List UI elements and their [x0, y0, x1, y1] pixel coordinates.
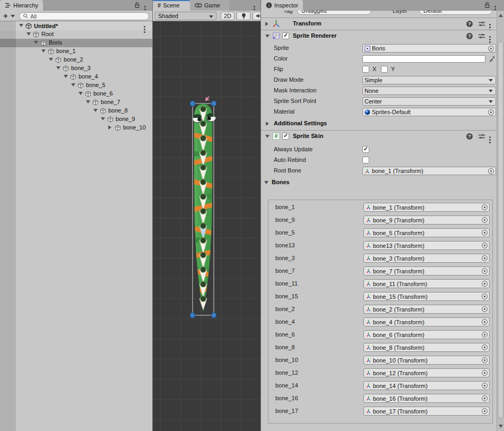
- flip-x-checkbox[interactable]: [362, 66, 369, 73]
- sprite-object-field[interactable]: Boris: [362, 44, 496, 53]
- object-picker-icon[interactable]: [488, 109, 494, 115]
- object-picker-icon[interactable]: [488, 168, 494, 174]
- bones-foldout[interactable]: Bones: [261, 178, 497, 187]
- bone-object-field[interactable]: bone_6 (Transform): [363, 330, 490, 339]
- hierarchy-tree-row[interactable]: bone_1: [0, 47, 152, 56]
- draw-mode-dropdown[interactable]: Simple: [362, 76, 496, 84]
- hierarchy-tree-row[interactable]: bone_2: [0, 56, 152, 64]
- object-picker-icon[interactable]: [482, 319, 488, 325]
- bone-object-field[interactable]: bone_2 (Transform): [363, 305, 490, 314]
- object-picker-icon[interactable]: [482, 281, 488, 287]
- object-picker-icon[interactable]: [482, 344, 488, 350]
- tag-dropdown[interactable]: Untagged: [297, 11, 371, 15]
- hierarchy-tree-row[interactable]: bone_8: [0, 107, 152, 115]
- bone-object-field[interactable]: bone_7 (Transform): [363, 266, 490, 275]
- sprite-renderer-menu-icon[interactable]: [489, 32, 496, 41]
- scroll-up-icon[interactable]: [499, 14, 503, 17]
- bone-object-field[interactable]: bone_15 (Transform): [363, 292, 490, 301]
- sprite-skin-enabled-checkbox[interactable]: [282, 133, 289, 140]
- mask-interaction-dropdown[interactable]: None: [362, 87, 496, 95]
- add-gameobject-button[interactable]: +: [3, 11, 8, 20]
- object-picker-icon[interactable]: [482, 294, 488, 299]
- tab-hierarchy[interactable]: Hierarchy: [0, 0, 43, 11]
- sprite-skin-component-header[interactable]: # Sprite Skin ?: [261, 131, 497, 142]
- hierarchy-tree-row[interactable]: bone_4: [0, 73, 152, 81]
- scroll-down-icon[interactable]: [499, 425, 503, 428]
- hierarchy-tree-row[interactable]: bone_6: [0, 90, 152, 98]
- presets-icon[interactable]: [478, 32, 485, 41]
- object-picker-icon[interactable]: [482, 306, 488, 312]
- presets-icon[interactable]: [478, 133, 485, 141]
- transform-component-header[interactable]: Transform ?: [261, 18, 497, 30]
- foldout-arrow-icon[interactable]: [27, 32, 31, 36]
- bone-object-field[interactable]: bone_8 (Transform): [363, 343, 490, 352]
- bone-object-field[interactable]: bone_5 (Transform): [363, 228, 490, 237]
- audio-toggle-button[interactable]: [253, 12, 261, 20]
- object-picker-icon[interactable]: [482, 243, 488, 248]
- object-picker-icon[interactable]: [482, 217, 488, 223]
- object-picker-icon[interactable]: [482, 204, 488, 210]
- object-picker-icon[interactable]: [482, 255, 488, 261]
- inspector-menu-icon[interactable]: [494, 2, 501, 11]
- add-gameobject-caret-icon[interactable]: [11, 15, 15, 18]
- inspector-scrollbar[interactable]: [497, 11, 504, 431]
- sprite-sort-point-dropdown[interactable]: Center: [362, 97, 496, 106]
- foldout-arrow-icon[interactable]: [71, 83, 75, 87]
- foldout-arrow-icon[interactable]: [93, 109, 98, 112]
- sprite-skin-foldout-icon[interactable]: [265, 135, 270, 138]
- bone-object-field[interactable]: bone_1 (Transform): [363, 203, 490, 212]
- hierarchy-tree-row[interactable]: bone_10: [0, 124, 152, 132]
- foldout-arrow-icon[interactable]: [41, 49, 46, 53]
- sprite-renderer-component-header[interactable]: Sprite Renderer ?: [261, 30, 497, 42]
- color-swatch[interactable]: [362, 55, 485, 63]
- sprite-skin-menu-icon[interactable]: [489, 133, 496, 141]
- hierarchy-search-input[interactable]: All: [19, 12, 149, 20]
- object-picker-icon[interactable]: [482, 357, 488, 363]
- additional-settings-foldout[interactable]: Additional Settings: [261, 119, 497, 128]
- scene-menu-icon[interactable]: [254, 2, 260, 11]
- hierarchy-tree-row[interactable]: bone_3: [0, 64, 152, 73]
- tab-scene[interactable]: # Scene: [153, 0, 190, 11]
- flip-y-checkbox[interactable]: [381, 66, 388, 73]
- foldout-arrow-icon[interactable]: [64, 75, 68, 78]
- tab-game[interactable]: Game: [190, 0, 229, 11]
- scene-viewport[interactable]: [153, 21, 260, 431]
- bone-object-field[interactable]: bone13 (Transform): [363, 241, 490, 250]
- foldout-arrow-icon[interactable]: [56, 66, 60, 70]
- foldout-arrow-icon[interactable]: [101, 117, 105, 120]
- hierarchy-tree-row[interactable]: Boris: [0, 39, 152, 47]
- help-icon[interactable]: ?: [466, 20, 473, 29]
- bone-object-field[interactable]: bone_14 (Transform): [363, 381, 490, 390]
- hierarchy-tree-row[interactable]: bone_5: [0, 81, 152, 90]
- presets-icon[interactable]: [478, 20, 485, 29]
- bone-object-field[interactable]: bone_11 (Transform): [363, 279, 490, 288]
- hierarchy-tree-row[interactable]: bone_7: [0, 98, 152, 107]
- additional-settings-foldout-icon[interactable]: [266, 122, 269, 126]
- help-icon[interactable]: ?: [466, 32, 473, 41]
- bone-object-field[interactable]: bone_10 (Transform): [363, 356, 490, 365]
- transform-menu-icon[interactable]: [489, 20, 496, 29]
- foldout-arrow-icon[interactable]: [34, 41, 38, 44]
- bone-object-field[interactable]: bone_17 (Transform): [363, 407, 490, 416]
- object-picker-icon[interactable]: [482, 268, 488, 274]
- always-update-checkbox[interactable]: [362, 146, 369, 153]
- material-object-field[interactable]: Sprites-Default: [362, 108, 496, 116]
- sprite-renderer-enabled-checkbox[interactable]: [282, 32, 289, 39]
- object-picker-icon[interactable]: [482, 383, 488, 389]
- auto-rebind-checkbox[interactable]: [362, 157, 369, 163]
- tab-inspector[interactable]: i Inspector: [261, 0, 303, 11]
- layer-dropdown[interactable]: Default: [419, 11, 492, 15]
- bone-object-field[interactable]: bone_16 (Transform): [363, 394, 490, 403]
- foldout-arrow-icon[interactable]: [86, 100, 90, 104]
- object-picker-icon[interactable]: [482, 332, 488, 338]
- toggle-2d-button[interactable]: 2D: [221, 12, 234, 20]
- bone-object-field[interactable]: bone_4 (Transform): [363, 317, 490, 326]
- lock-icon[interactable]: [134, 2, 141, 10]
- transform-foldout-icon[interactable]: [265, 22, 268, 26]
- lighting-toggle-button[interactable]: [237, 12, 250, 20]
- root-bone-object-field[interactable]: bone_1 (Transform): [362, 167, 496, 175]
- eyedropper-icon[interactable]: [489, 55, 496, 63]
- hierarchy-menu-icon[interactable]: [144, 2, 151, 11]
- object-picker-icon[interactable]: [482, 230, 488, 236]
- hierarchy-tree-row[interactable]: bone_9: [0, 115, 152, 124]
